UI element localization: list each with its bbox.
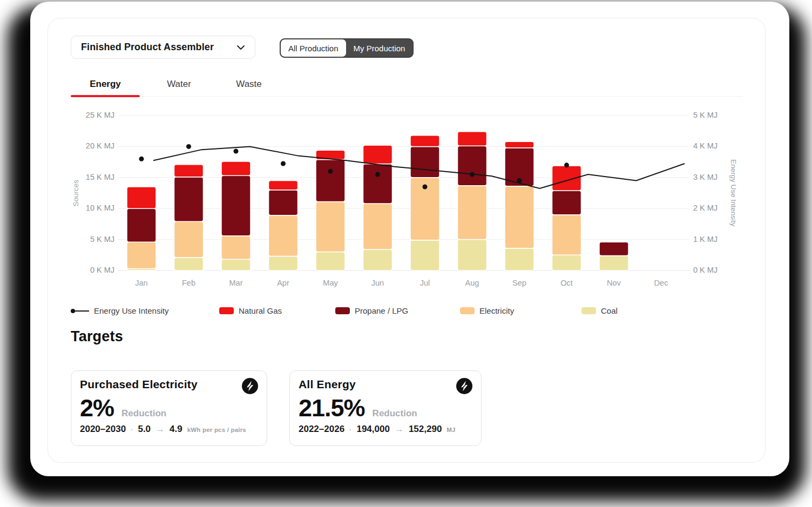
tab-water[interactable]: Water [152,72,206,96]
x-axis-label-sep: Sep [500,279,538,287]
intensity-dot[interactable] [139,157,144,161]
intensity-dot[interactable] [186,144,191,149]
bar-segment-coal[interactable] [552,255,581,271]
bar-segment-propane-lpg[interactable] [552,191,581,215]
right-axis-tick: 4 K MJ [693,141,718,150]
bar-segment-coal[interactable] [221,259,251,271]
bar-segment-propane-lpg[interactable] [410,146,439,177]
toggle-my-production[interactable]: My Production [346,39,413,57]
bar-segment-coal[interactable] [316,252,345,271]
bar-segment-electricity[interactable] [269,215,298,256]
legend-item-propane-lpg[interactable]: Propane / LPG [335,306,408,315]
bar-segment-coal[interactable] [269,256,298,271]
intensity-dot[interactable] [375,172,380,177]
bar-segment-electricity[interactable] [552,215,581,255]
bar-segment-natural-gas[interactable] [269,181,298,190]
bar-segment-coal[interactable] [363,249,393,271]
bar-segment-coal[interactable] [505,248,534,271]
bar-segment-natural-gas[interactable] [221,161,251,175]
arrow-right-icon: → [395,424,404,435]
bar-segment-electricity[interactable] [458,186,487,240]
intensity-dot[interactable] [423,185,428,190]
bar-segment-natural-gas[interactable] [458,132,487,146]
chevron-down-icon [236,45,245,50]
intensity-dot[interactable] [517,178,522,183]
bar-segment-natural-gas[interactable] [505,141,534,147]
intensity-dot[interactable] [564,163,569,167]
tab-water-label: Water [167,79,191,90]
legend-label: Coal [601,306,618,315]
line-dot-icon [71,308,89,314]
target-unit: MJ [446,427,455,433]
x-axis-label-feb: Feb [170,279,208,287]
bar-segment-coal[interactable] [599,255,628,271]
bar-segment-propane-lpg[interactable] [221,175,251,235]
toggle-all-production[interactable]: All Production [281,39,346,57]
bar-segment-coal[interactable] [174,258,204,271]
bar-segment-electricity[interactable] [221,236,251,260]
bar-segment-electricity[interactable] [316,202,345,252]
legend-swatch [581,307,596,314]
legend-item-electricity[interactable]: Electricity [460,306,514,315]
bar-segment-propane-lpg[interactable] [174,177,204,222]
right-axis-tick: 0 K MJ [693,266,718,274]
bar-segment-coal[interactable] [410,240,439,271]
bar-segment-electricity[interactable] [127,242,156,268]
intensity-dot[interactable] [470,172,475,177]
active-tab-underline [71,95,140,97]
bar-segment-natural-gas[interactable] [174,165,204,177]
bar-segment-propane-lpg[interactable] [363,164,393,204]
legend-item-energy-use-intensity[interactable]: Energy Use Intensity [71,306,168,315]
target-card-title: Purchased Electricity [80,378,198,391]
arrow-right-icon: → [155,424,165,435]
bar-segment-natural-gas[interactable] [363,145,393,164]
page: Finished Product Assembler All Productio… [0,0,812,507]
target-period: 2022–2026 [299,424,344,435]
x-axis-label-nov: Nov [595,279,633,287]
right-axis-tick: 1 K MJ [693,235,718,244]
target-period: 2020–2030 [80,424,126,435]
app-window: Finished Product Assembler All Productio… [30,2,789,476]
bar-segment-electricity[interactable] [174,221,204,258]
bar-segment-natural-gas[interactable] [410,136,439,147]
tab-energy[interactable]: Energy [71,72,140,96]
legend-label: Propane / LPG [355,306,408,315]
target-reduction-label: Reduction [373,408,417,419]
target-reduction-label: Reduction [121,408,166,419]
bar-segment-natural-gas[interactable] [127,187,156,208]
bar-segment-propane-lpg[interactable] [269,190,298,215]
x-axis-label-jun: Jun [359,279,397,287]
lightning-icon [242,378,258,394]
tab-waste-label: Waste [236,79,262,90]
dot-separator: · [131,425,133,434]
intensity-dot[interactable] [328,169,333,174]
target-unit: kWh per pcs / pairs [187,427,246,433]
legend-item-natural-gas[interactable]: Natural Gas [219,306,282,315]
target-to-value: 4.9 [170,424,182,435]
x-axis-label-may: May [312,279,349,287]
assembler-dropdown[interactable]: Finished Product Assembler [71,36,255,59]
bar-segment-propane-lpg[interactable] [127,208,156,242]
target-card-all-energy: All Energy 21.5% Reduction 2022–2026 · 1… [289,370,482,446]
left-axis-tick: 15 K MJ [71,173,114,181]
chart-legend: Energy Use IntensityNatural GasPropane /… [48,306,765,318]
intensity-dot[interactable] [281,161,286,166]
tab-waste[interactable]: Waste [220,72,278,96]
intensity-dot[interactable] [234,149,239,154]
bar-segment-propane-lpg[interactable] [316,160,345,202]
bar-segment-propane-lpg[interactable] [458,146,487,185]
bar-segment-coal[interactable] [458,240,487,271]
x-axis-label-mar: Mar [217,279,255,287]
bar-segment-electricity[interactable] [363,204,393,249]
legend-label: Energy Use Intensity [94,306,168,315]
assembler-dropdown-label: Finished Product Assembler [81,42,214,53]
x-axis-label-apr: Apr [265,279,302,287]
right-axis-tick: 2 K MJ [693,204,718,212]
x-axis-label-jan: Jan [123,279,160,287]
target-from-value: 5.0 [138,424,151,435]
legend-label: Natural Gas [239,306,282,315]
bar-segment-propane-lpg[interactable] [599,242,628,255]
legend-item-coal[interactable]: Coal [581,306,618,315]
target-card-title: All Energy [299,378,356,391]
bar-segment-electricity[interactable] [505,186,534,248]
